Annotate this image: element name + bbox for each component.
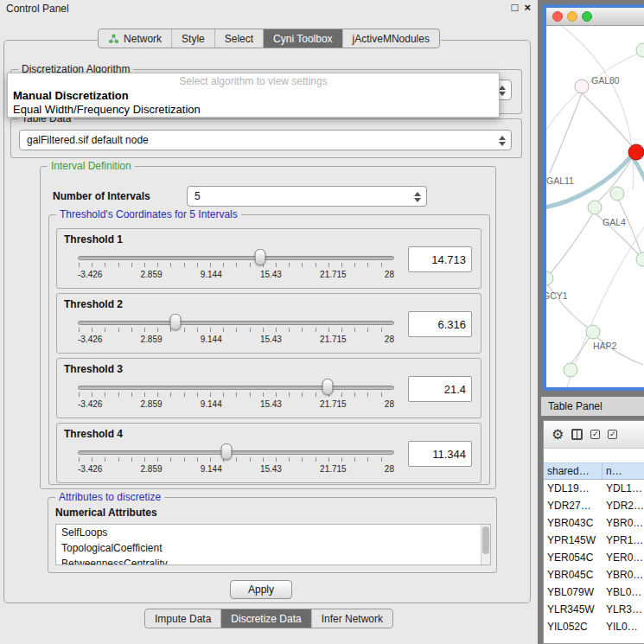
threshold-2-value-field[interactable]: 6.316 — [408, 311, 472, 337]
thresholds-group: Threshold's Coordinates for 5 Intervals … — [48, 214, 490, 485]
slider-track[interactable] — [78, 256, 394, 260]
table-cell[interactable]: YBL079W — [544, 583, 603, 601]
table-cell[interactable]: YIL052C — [544, 618, 603, 635]
table-row[interactable]: YIL052C YIL0… — [544, 618, 644, 635]
slider-scale: -3.426 2.859 9.144 15.43 21.715 28 — [78, 464, 394, 474]
column-header-name[interactable]: n… — [603, 463, 644, 479]
scale-label: 21.715 — [320, 270, 347, 279]
threshold-4-slider[interactable]: -3.426 2.859 9.144 15.43 21.715 28 — [78, 443, 394, 477]
network-node[interactable] — [636, 43, 644, 57]
columns-icon[interactable] — [571, 429, 583, 440]
slider-track[interactable] — [78, 321, 394, 325]
popup-option-equal-width[interactable]: Equal Width/Frequency Discretization — [8, 103, 499, 117]
float-window-icon[interactable]: □ — [512, 1, 519, 14]
apply-button[interactable]: Apply — [230, 580, 292, 599]
number-of-intervals-combo[interactable]: 5 — [187, 186, 427, 207]
table-toolbar: ⚙ ✓ ✓ — [544, 421, 644, 449]
tab-jactivemnodules[interactable]: jActiveMNodules — [342, 29, 439, 48]
threshold-1-slider[interactable]: -3.426 2.859 9.144 15.43 21.715 28 — [78, 248, 394, 283]
table-cell[interactable]: YPR1… — [603, 532, 644, 549]
table-cell[interactable]: YBR0… — [603, 514, 644, 532]
table-row[interactable]: YPR145W YPR1… — [544, 532, 644, 549]
minimize-button[interactable] — [567, 11, 577, 22]
table-cell[interactable]: YIL0… — [603, 618, 644, 635]
close-button[interactable] — [552, 11, 563, 22]
algorithm-dropdown-popup: Select algorithm to view settings Manual… — [7, 73, 500, 118]
gear-icon[interactable]: ⚙ — [552, 428, 564, 442]
table-cell[interactable]: YBR043C — [544, 514, 603, 532]
scrollbar-thumb[interactable] — [482, 526, 489, 554]
table-cell[interactable]: YDL19… — [544, 480, 603, 497]
tab-impute-data[interactable]: Impute Data — [145, 609, 220, 628]
network-node[interactable] — [588, 201, 602, 214]
table-row[interactable]: YBL079W YBL0… — [544, 583, 644, 601]
tab-infer-network[interactable]: Infer Network — [311, 609, 392, 628]
zoom-button[interactable] — [582, 11, 592, 22]
table-row[interactable]: YLR345W YLR3… — [544, 601, 644, 618]
threshold-2-slider[interactable]: -3.426 2.859 9.144 15.43 21.715 28 — [78, 313, 394, 348]
scale-label: 28 — [385, 464, 394, 474]
table-data-combo[interactable]: galFiltered.sif default node — [19, 130, 512, 150]
network-node[interactable] — [610, 187, 624, 201]
tab-cyni-toolbox[interactable]: Cyni Toolbox — [263, 29, 341, 48]
select-visible-checkbox-icon[interactable]: ✓ — [608, 430, 617, 439]
close-window-icon[interactable]: × — [524, 1, 531, 14]
list-item-selfloops[interactable]: SelfLoops — [56, 525, 490, 540]
table-cell[interactable]: YLR345W — [544, 601, 603, 618]
network-canvas[interactable]: GAL80 GAL11 GAL4 GCY1 HAP2 — [546, 26, 644, 387]
table-cell[interactable]: YBL0… — [603, 583, 644, 601]
table-row[interactable]: YER054C YER0… — [544, 549, 644, 566]
table-cell[interactable]: YER0… — [603, 549, 644, 566]
table-cell[interactable]: YDR2… — [603, 497, 644, 514]
tab-jactivemnodules-label: jActiveMNodules — [353, 33, 430, 45]
scale-label: 28 — [385, 270, 394, 279]
window-title: Control Panel — [6, 3, 69, 15]
network-node[interactable] — [586, 325, 600, 339]
number-of-intervals-label: Number of Intervals — [53, 190, 150, 202]
top-tab-bar: Network Style Select Cyni Toolbox jActiv… — [98, 29, 440, 48]
table-cell[interactable]: YDR27… — [544, 497, 603, 514]
network-node[interactable] — [636, 252, 644, 266]
network-node-selected[interactable] — [628, 144, 644, 160]
network-node[interactable] — [546, 271, 553, 285]
threshold-4-value-field[interactable]: 11.344 — [408, 441, 472, 467]
network-node[interactable] — [575, 80, 589, 93]
stepper-icon[interactable] — [411, 190, 423, 204]
scale-label: 21.715 — [320, 335, 347, 344]
window-buttons: □ × — [512, 1, 531, 14]
slider-thumb[interactable] — [221, 443, 233, 460]
table-row[interactable]: YBR045C YBR0… — [544, 566, 644, 583]
list-item-topologicalcoefficient[interactable]: TopologicalCoefficient — [56, 540, 490, 556]
stepper-icon[interactable] — [496, 134, 507, 148]
tab-discretize-data[interactable]: Discretize Data — [220, 609, 310, 628]
popup-option-manual-discretization[interactable]: Manual Discretization — [8, 89, 499, 103]
slider-thumb[interactable] — [322, 379, 334, 395]
column-header-shared[interactable]: shared… — [544, 463, 603, 479]
table-row[interactable]: YDL19… YDL1… — [544, 480, 644, 497]
tab-select[interactable]: Select — [214, 29, 263, 48]
threshold-3-slider[interactable]: -3.426 2.859 9.144 15.43 21.715 28 — [78, 378, 394, 412]
list-scrollbar[interactable] — [481, 525, 490, 564]
table-cell[interactable]: YDL1… — [603, 480, 644, 497]
list-item-betweennesscentrality[interactable]: BetweennessCentrality — [56, 556, 490, 565]
slider-track[interactable] — [78, 386, 394, 390]
table-cell[interactable]: YLR3… — [603, 601, 644, 618]
table-cell[interactable]: YER054C — [544, 549, 603, 566]
threshold-3-value-field[interactable]: 21.4 — [408, 376, 472, 402]
tab-style[interactable]: Style — [171, 29, 214, 48]
table-row[interactable]: YBR043C YBR0… — [544, 514, 644, 532]
table-cell[interactable]: YBR0… — [603, 566, 644, 583]
slider-thumb[interactable] — [255, 249, 266, 265]
network-window-titlebar[interactable] — [546, 8, 644, 26]
select-all-checkbox-icon[interactable]: ✓ — [590, 430, 600, 439]
slider-thumb[interactable] — [170, 314, 182, 330]
table-row[interactable]: YDR27… YDR2… — [544, 497, 644, 514]
threshold-1-value-field[interactable]: 14.713 — [408, 246, 472, 272]
tab-network[interactable]: Network — [99, 29, 171, 48]
attributes-group: Attributes to discretize Numerical Attri… — [48, 497, 497, 573]
network-node[interactable] — [564, 363, 577, 377]
tab-discretize-data-label: Discretize Data — [231, 613, 301, 625]
slider-track[interactable] — [78, 450, 394, 455]
table-cell[interactable]: YBR045C — [544, 566, 603, 583]
table-cell[interactable]: YPR145W — [544, 532, 603, 549]
